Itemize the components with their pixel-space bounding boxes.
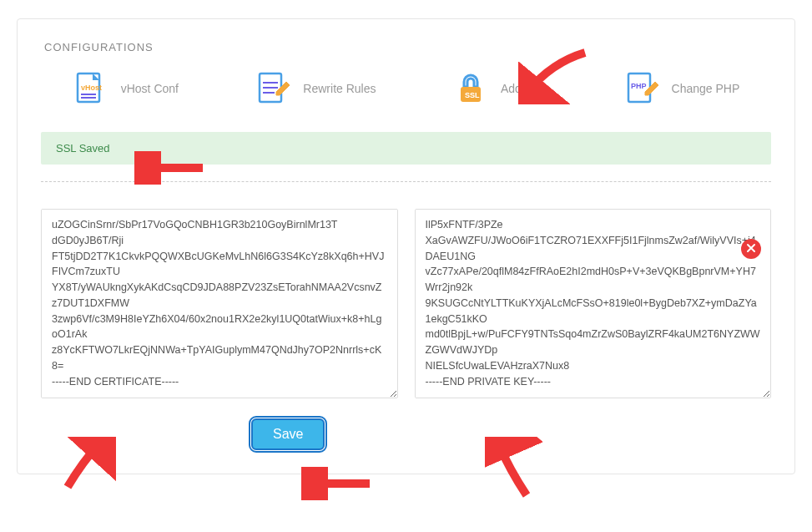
config-row: vHost vHost Conf R (18, 62, 794, 132)
section-title: CONFIGURATIONS (18, 19, 794, 62)
change-php-button[interactable]: PHP Change PHP (623, 70, 740, 107)
change-php-label: Change PHP (672, 82, 740, 95)
vhost-conf-icon: vHost (73, 70, 109, 107)
add-ssl-label: Add SSL (501, 82, 547, 95)
ssl-textareas (18, 199, 794, 398)
close-icon (746, 241, 756, 256)
rewrite-rules-button[interactable]: Rewrite Rules (255, 70, 376, 107)
svg-rect-2 (81, 94, 96, 95)
divider (41, 181, 771, 182)
close-button[interactable] (741, 239, 761, 259)
rewrite-rules-label: Rewrite Rules (303, 82, 376, 95)
svg-text:vHost: vHost (81, 84, 102, 92)
svg-rect-3 (81, 97, 96, 99)
alert-text: SSL Saved (56, 142, 110, 155)
svg-rect-7 (263, 92, 275, 94)
configurations-panel: CONFIGURATIONS vHost vHost Conf (17, 18, 795, 474)
save-row: Save (18, 398, 794, 474)
svg-rect-6 (263, 87, 278, 89)
add-ssl-icon: SSL (452, 70, 489, 107)
svg-text:SSL: SSL (465, 91, 480, 99)
svg-text:PHP: PHP (631, 82, 647, 90)
save-button[interactable]: Save (251, 418, 325, 450)
success-alert: SSL Saved (41, 132, 771, 165)
svg-rect-5 (263, 82, 278, 84)
certificate-textarea[interactable] (41, 209, 398, 398)
vhost-conf-button[interactable]: vHost vHost Conf (73, 70, 179, 107)
change-php-icon: PHP (623, 70, 660, 107)
private-key-textarea[interactable] (415, 209, 772, 398)
add-ssl-button[interactable]: SSL Add SSL (452, 70, 547, 107)
vhost-conf-label: vHost Conf (121, 82, 179, 95)
rewrite-rules-icon (255, 70, 291, 107)
